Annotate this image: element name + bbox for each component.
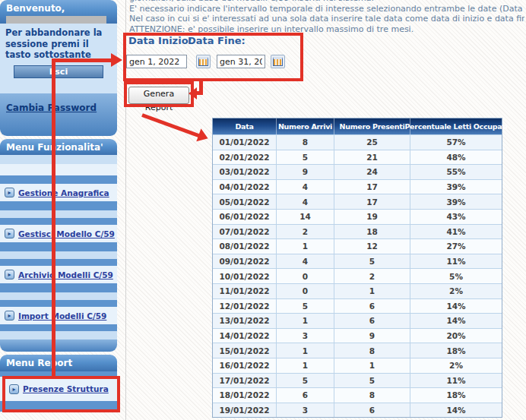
table-cell: 19/01/2022 xyxy=(213,403,277,418)
table-cell: 4 xyxy=(277,194,334,209)
table-row: 14/01/20223920% xyxy=(213,328,502,343)
change-password-link[interactable]: Cambia Password xyxy=(6,103,97,113)
table-cell: 5 xyxy=(277,374,334,388)
table-cell: 55% xyxy=(410,165,502,179)
table-cell: 43% xyxy=(410,210,502,224)
divider-band xyxy=(0,401,117,412)
table-cell: 39% xyxy=(410,180,502,194)
table-cell: 57% xyxy=(410,135,502,150)
table-row: 15/01/20221818% xyxy=(213,343,502,358)
table-row: 10/01/2022025% xyxy=(213,268,502,283)
table-cell: 8 xyxy=(334,343,410,358)
table-cell: 14% xyxy=(410,299,502,314)
table-row: 06/01/2022141943% xyxy=(213,209,502,224)
table-cell: 19 xyxy=(334,210,410,224)
divider-band xyxy=(0,259,117,266)
table-cell: 01/01/2022 xyxy=(213,135,277,150)
sidebar-item-gestisci-modello-c-59[interactable]: ▸Gestisci Modello C/59 xyxy=(0,225,117,242)
calendar-icon xyxy=(198,57,208,66)
genera-report-button[interactable]: Genera Report xyxy=(128,87,189,104)
sidebar-item-gestione-anagrafica[interactable]: ▸Gestione Anagrafica xyxy=(0,184,117,201)
table-cell: 0 xyxy=(277,284,334,298)
data-inizio-label: Data Inizio: xyxy=(128,35,192,46)
divider-band xyxy=(0,242,117,251)
table-row: 12/01/20225614% xyxy=(213,298,502,314)
table-cell: 14 xyxy=(277,210,334,224)
divider-band xyxy=(0,218,117,225)
menu-funzionalita-footer xyxy=(0,339,117,352)
table-cell: 5 xyxy=(334,374,410,388)
menu-funzionalita-header: Menu Funzionalita' xyxy=(0,139,117,155)
table-cell: 17/01/2022 xyxy=(213,374,277,388)
menu-funzionalita-panel: Menu Funzionalita' ▸Gestione Anagrafica▸… xyxy=(0,139,117,352)
menu-report-items: ▸Presenze Struttura xyxy=(0,377,117,401)
sidebar-item-presenze-struttura[interactable]: ▸Presenze Struttura xyxy=(0,377,117,401)
table-cell: 6 xyxy=(334,403,410,418)
table-cell: 04/01/2022 xyxy=(213,180,277,194)
table-cell: 12/01/2022 xyxy=(213,299,277,314)
column-header-numero-presenti: Numero Presenti xyxy=(334,118,410,134)
table-row: 11/01/2022012% xyxy=(213,283,502,298)
table-cell: 18 xyxy=(334,225,410,239)
sidebar-item-label[interactable]: Gestisci Modello C/59 xyxy=(18,229,115,238)
table-row: 16/01/2022112% xyxy=(213,358,502,373)
table-cell: 08/01/2022 xyxy=(213,239,277,254)
table-cell: 13/01/2022 xyxy=(213,314,277,328)
annotation-elbow-horizontal xyxy=(196,91,203,95)
divider-band xyxy=(0,210,117,218)
divider-band xyxy=(0,164,117,175)
logout-button[interactable]: Esci xyxy=(14,65,103,78)
table-cell: 39% xyxy=(410,194,502,209)
table-cell: 5 xyxy=(277,299,334,314)
table-cell: 1 xyxy=(277,314,334,328)
table-cell: 8 xyxy=(334,388,410,403)
table-cell: 5% xyxy=(410,269,502,283)
table-cell: 02/01/2022 xyxy=(213,150,277,165)
table-cell: 17 xyxy=(334,194,410,209)
sidebar-item-label[interactable]: Gestione Anagrafica xyxy=(18,188,109,197)
table-row: 01/01/202282557% xyxy=(213,134,502,150)
intro-line: ATTENZIONE: e' possibile inserire un int… xyxy=(129,24,524,35)
welcome-panel: Benvenuto, Per abbandonare la sessione p… xyxy=(0,0,117,136)
divider-band xyxy=(0,283,117,292)
data-fine-calendar-button[interactable] xyxy=(271,55,285,68)
annotation-diagonal-line xyxy=(141,113,203,138)
table-row: 09/01/20224511% xyxy=(213,254,502,269)
table-row: 13/01/20221614% xyxy=(213,313,502,328)
data-inizio-calendar-button[interactable] xyxy=(196,55,211,68)
column-header-numero-arrivi: Numero Arrivi xyxy=(277,118,334,134)
table-cell: 6 xyxy=(334,299,410,314)
data-inizio-input[interactable] xyxy=(126,55,187,68)
calendar-icon xyxy=(273,57,283,66)
sidebar-item-label[interactable]: Archivio Modelli C/59 xyxy=(18,270,113,279)
sidebar-item-import-modelli-c-59[interactable]: ▸Import Modelli C/59 xyxy=(0,307,117,324)
table-cell: 0 xyxy=(277,269,334,283)
data-fine-input[interactable] xyxy=(217,55,265,68)
divider-band xyxy=(0,155,117,164)
table-row: 19/01/20223614% xyxy=(213,403,502,418)
table-body: 01/01/202282557%02/01/202252148%03/01/20… xyxy=(213,134,502,417)
table-cell: 10/01/2022 xyxy=(213,269,277,283)
data-fine-label: Data Fine: xyxy=(188,35,246,46)
table-cell: 14% xyxy=(410,403,502,418)
table-cell: 03/01/2022 xyxy=(213,165,277,179)
intro-line: E' necessario indicare l'intervallo temp… xyxy=(129,4,524,14)
table-cell: 2 xyxy=(277,225,334,239)
table-cell: 11/01/2022 xyxy=(213,284,277,298)
table-cell: 3 xyxy=(277,403,334,418)
welcome-panel-header: Benvenuto, xyxy=(0,0,117,24)
sidebar-item-archivio-modelli-c-59[interactable]: ▸Archivio Modelli C/59 xyxy=(0,266,117,283)
sidebar-item-label[interactable]: Import Modelli C/59 xyxy=(18,311,106,321)
report-table: DataNumero ArriviNumero PresentiPercentu… xyxy=(212,118,502,418)
table-cell: 48% xyxy=(410,150,502,165)
table-cell: 21 xyxy=(334,150,410,165)
table-cell: 18% xyxy=(410,388,502,403)
table-cell: 41% xyxy=(410,225,502,239)
sidebar-item-label[interactable]: Presenze Struttura xyxy=(23,384,109,393)
arrow-bullet-icon: ▸ xyxy=(5,229,14,238)
table-row: 07/01/202221841% xyxy=(213,224,502,239)
table-cell: 11% xyxy=(410,254,502,269)
table-cell: 8 xyxy=(277,135,334,150)
table-row: 04/01/202241739% xyxy=(213,179,502,194)
table-cell: 9 xyxy=(277,165,334,179)
